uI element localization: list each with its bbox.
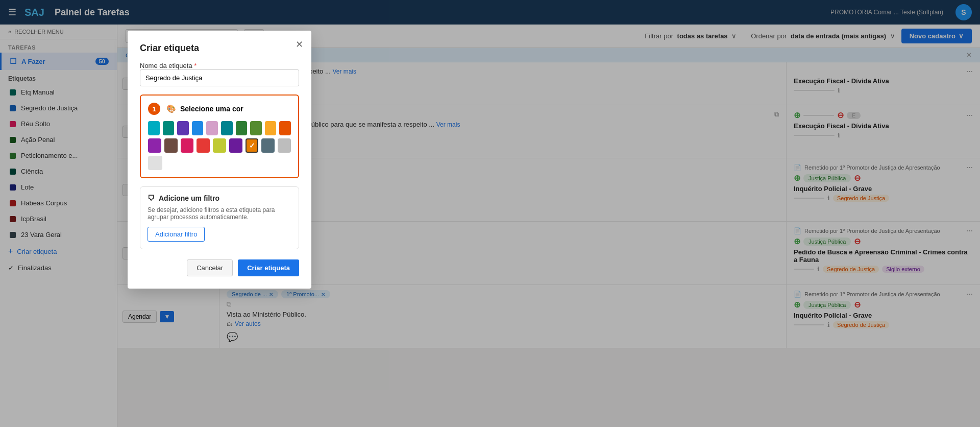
color-row-2: ✓ xyxy=(148,138,291,153)
color-swatch-blue-grey[interactable] xyxy=(261,138,275,153)
color-swatch-teal[interactable] xyxy=(148,121,160,135)
color-selection-section: 1 🎨 Selecione uma cor xyxy=(140,94,299,178)
palette-icon: 🎨 xyxy=(166,104,176,113)
color-swatch-amber[interactable]: ✓ xyxy=(246,138,259,153)
criar-etiqueta-submit-button[interactable]: Criar etiqueta xyxy=(238,259,299,276)
filter-description: Se desejar, adicione filtros a esta etiq… xyxy=(148,206,291,221)
color-row-3 xyxy=(148,156,291,170)
color-swatch-green-dark[interactable] xyxy=(236,121,248,135)
modal-close-button[interactable]: ✕ xyxy=(296,39,303,50)
color-swatch-blue[interactable] xyxy=(192,121,204,135)
filter-section-header: ⛉ Adicione um filtro xyxy=(148,194,291,202)
color-swatch-brown[interactable] xyxy=(164,138,178,153)
color-swatch-yellow[interactable] xyxy=(265,121,277,135)
color-swatch-green-teal[interactable] xyxy=(163,121,175,135)
color-swatch-cyan-dark[interactable] xyxy=(221,121,233,135)
filter-funnel-icon: ⛉ xyxy=(148,194,155,202)
color-grid: ✓ xyxy=(148,121,291,170)
color-swatch-lime[interactable] xyxy=(250,121,262,135)
color-swatch-pink-light[interactable] xyxy=(206,121,218,135)
color-swatch-purple-dark[interactable] xyxy=(148,138,161,153)
filter-section: ⛉ Adicione um filtro Se desejar, adicion… xyxy=(140,186,299,249)
filter-section-title: Adicione um filtro xyxy=(159,194,219,202)
selected-check-icon: ✓ xyxy=(249,141,255,150)
cancel-button[interactable]: Cancelar xyxy=(187,259,233,276)
color-section-title: Selecione uma cor xyxy=(180,105,243,113)
adicionar-filtro-button[interactable]: Adicionar filtro xyxy=(148,227,205,242)
modal-footer: Cancelar Criar etiqueta xyxy=(140,259,299,276)
color-row-1 xyxy=(148,121,291,135)
color-swatch-pink-dark[interactable] xyxy=(181,138,194,153)
modal-overlay: Criar etiqueta ✕ Nome da etiqueta * 1 🎨 … xyxy=(0,0,980,427)
color-swatch-purple[interactable] xyxy=(177,121,189,135)
color-swatch-red[interactable] xyxy=(197,138,210,153)
color-swatch-yellow-green[interactable] xyxy=(213,138,226,153)
criar-etiqueta-modal: Criar etiqueta ✕ Nome da etiqueta * 1 🎨 … xyxy=(128,31,311,289)
step-badge: 1 xyxy=(148,103,160,115)
required-indicator: * xyxy=(194,62,197,69)
modal-title: Criar etiqueta xyxy=(140,43,299,54)
color-swatch-light-grey[interactable] xyxy=(148,156,162,170)
color-swatch-grey[interactable] xyxy=(278,138,291,153)
color-swatch-deep-purple[interactable] xyxy=(229,138,242,153)
field-label: Nome da etiqueta * xyxy=(140,62,197,69)
color-swatch-orange-dark[interactable] xyxy=(279,121,291,135)
etiqueta-name-input[interactable] xyxy=(140,69,299,86)
